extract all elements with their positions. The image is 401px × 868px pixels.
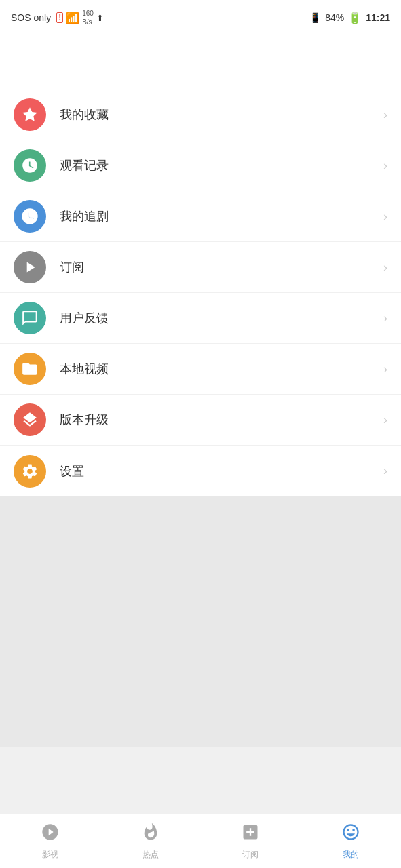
menu-item-settings[interactable]: 设置 › <box>0 446 401 496</box>
subscribe-nav-label: 订阅 <box>242 849 259 861</box>
settings-label: 设置 <box>60 463 383 479</box>
history-label: 观看记录 <box>60 157 383 174</box>
battery-text: 84% <box>325 12 344 23</box>
followdrama-label: 我的追剧 <box>60 208 383 224</box>
menu-item-followdrama[interactable]: 我的追剧 › <box>0 191 401 242</box>
mine-nav-label: 我的 <box>343 849 359 861</box>
battery-icon: 🔋 <box>348 12 362 24</box>
nav-item-hot[interactable]: 热点 <box>100 823 201 861</box>
followdrama-chevron: › <box>383 210 387 224</box>
settings-chevron: › <box>383 464 387 478</box>
feedback-icon-wrap <box>14 302 46 334</box>
upload-icon: ⬆ <box>96 13 104 23</box>
menu-item-history[interactable]: 观看记录 › <box>0 140 401 191</box>
menu-item-update[interactable]: 版本升级 › <box>0 395 401 446</box>
star-icon <box>21 106 39 123</box>
folder-icon <box>21 360 39 378</box>
localvideo-chevron: › <box>383 362 387 376</box>
sos-text: SOS only <box>11 12 51 23</box>
hot-nav-icon <box>141 823 160 846</box>
localvideo-label: 本地视频 <box>60 361 383 377</box>
update-label: 版本升级 <box>60 412 383 428</box>
layers-icon <box>21 411 39 429</box>
history-chevron: › <box>383 159 387 173</box>
update-icon-wrap <box>14 403 46 436</box>
phone-icon: 📱 <box>309 12 321 23</box>
subscribe-icon-wrap <box>14 251 46 283</box>
signal-icon: ! <box>56 12 63 23</box>
favorites-label: 我的收藏 <box>60 106 383 123</box>
favorites-icon-wrap <box>14 98 46 131</box>
movies-nav-label: 影视 <box>42 849 58 861</box>
subscribe-nav-icon <box>241 823 260 846</box>
header-spacer <box>0 35 401 90</box>
time-display: 11:21 <box>366 12 390 23</box>
nav-item-subscribe[interactable]: 订阅 <box>201 823 301 861</box>
subscribe-chevron: › <box>383 260 387 275</box>
wifi-icon: 📶 <box>66 12 79 24</box>
update-chevron: › <box>383 413 387 427</box>
menu-list: 我的收藏 › 观看记录 › 我的追剧 › 订阅 › <box>0 90 401 496</box>
menu-item-localvideo[interactable]: 本地视频 › <box>0 344 401 395</box>
clock-icon <box>21 157 39 174</box>
status-right: 📱 84% 🔋 11:21 <box>309 12 390 24</box>
status-left: SOS only ! 📶 160 B/s ⬆ <box>11 9 104 26</box>
movies-nav-icon <box>41 823 60 846</box>
gray-area <box>0 496 401 747</box>
feedback-chevron: › <box>383 311 387 326</box>
settings-icon-wrap <box>14 455 46 488</box>
localvideo-icon-wrap <box>14 353 46 385</box>
bottom-nav: 影视 热点 订阅 我的 <box>0 814 401 868</box>
nav-item-mine[interactable]: 我的 <box>301 823 401 861</box>
play-icon <box>21 258 39 276</box>
feedback-label: 用户反馈 <box>60 310 383 326</box>
nav-spacer <box>0 747 401 802</box>
history-icon-wrap <box>14 149 46 182</box>
comment-icon <box>21 309 39 327</box>
followdrama-icon-wrap <box>14 200 46 233</box>
mine-nav-icon <box>341 823 360 846</box>
favorites-chevron: › <box>383 108 387 122</box>
alarm-icon <box>21 208 39 225</box>
menu-item-favorites[interactable]: 我的收藏 › <box>0 90 401 140</box>
subscribe-label: 订阅 <box>60 259 383 275</box>
menu-item-feedback[interactable]: 用户反馈 › <box>0 293 401 344</box>
nav-item-movies[interactable]: 影视 <box>0 823 100 861</box>
hot-nav-label: 热点 <box>142 849 159 861</box>
speed-text: 160 B/s <box>82 9 94 26</box>
menu-item-subscribe[interactable]: 订阅 › <box>0 242 401 293</box>
status-bar: SOS only ! 📶 160 B/s ⬆ 📱 84% 🔋 11:21 <box>0 0 401 35</box>
gear-icon <box>21 462 39 480</box>
